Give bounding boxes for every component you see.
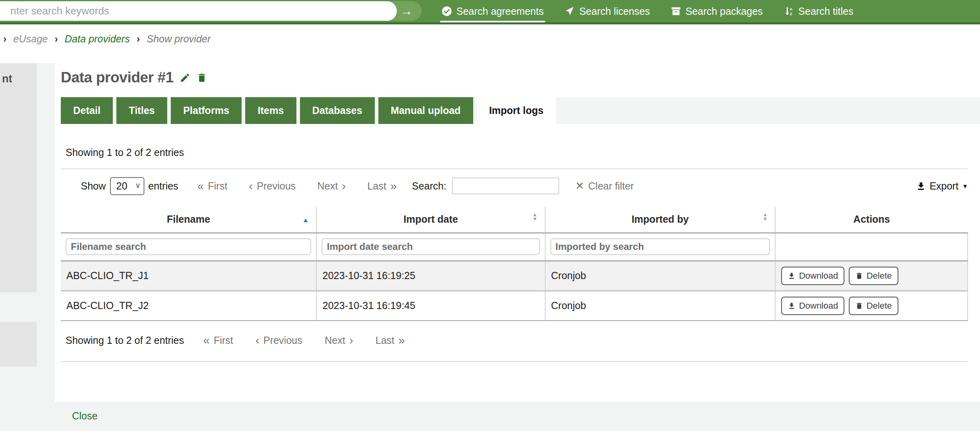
col-header-import-date[interactable]: Import date ▲▼ xyxy=(316,207,545,233)
trash-icon xyxy=(855,302,863,310)
tab-import-logs[interactable]: Import logs xyxy=(477,97,556,124)
table-footer: Showing 1 to 2 of 2 entries «First ‹Prev… xyxy=(61,335,968,346)
col-header-actions: Actions xyxy=(775,207,968,233)
filter-filename-input[interactable] xyxy=(66,238,311,255)
delete-trash-icon[interactable] xyxy=(196,72,207,83)
table-search-input[interactable] xyxy=(452,178,559,194)
nav-search-agreements[interactable]: Search agreements xyxy=(442,6,544,17)
edit-pencil-icon[interactable] xyxy=(180,72,190,83)
sidebar-menu-block-2 xyxy=(0,322,37,367)
export-button[interactable]: Export ▼ xyxy=(916,180,968,192)
close-link[interactable]: Close xyxy=(72,410,98,422)
sort-icon: ▲▼ xyxy=(763,212,768,221)
topbar: → Search agreements Search licenses xyxy=(0,0,980,24)
filter-imported-by-input[interactable] xyxy=(550,238,770,255)
chevron-right-icon: › xyxy=(342,180,346,192)
search-label: Search: xyxy=(412,180,446,192)
actions-cell: Download Delete xyxy=(781,297,962,315)
import-logs-content: Showing 1 to 2 of 2 entries Show 20 ∨ en… xyxy=(61,146,980,362)
chevron-right-icon: › xyxy=(3,33,6,45)
breadcrumb-item-eusage[interactable]: eUsage xyxy=(13,33,48,45)
nav-search-packages[interactable]: Search packages xyxy=(671,6,763,17)
chevrons-right-icon: » xyxy=(398,335,405,346)
entries-label: entries xyxy=(148,180,178,192)
entries-summary-bottom: Showing 1 to 2 of 2 entries xyxy=(66,335,184,346)
download-icon xyxy=(788,272,796,280)
show-entries-select-wrap: 20 ∨ xyxy=(110,177,144,195)
chevron-right-icon: › xyxy=(136,33,140,45)
table-filter-row xyxy=(61,233,968,261)
chevron-right-icon: › xyxy=(349,335,353,346)
breadcrumb: › eUsage › Data providers › Show provide… xyxy=(0,24,980,63)
page-title: Data provider #1 xyxy=(61,69,174,86)
archive-icon xyxy=(671,6,681,16)
arrow-right-icon: → xyxy=(400,5,413,17)
table-controls: Show 20 ∨ entries «First ‹Previous Next›… xyxy=(61,169,968,203)
keyword-search-input[interactable] xyxy=(0,1,397,21)
sort-icon: ▲▼ xyxy=(532,212,538,221)
nav-label: Search packages xyxy=(686,6,763,17)
quill-icon xyxy=(564,6,575,16)
clear-filter-button[interactable]: ✕ Clear filter xyxy=(575,180,634,192)
delete-button[interactable]: Delete xyxy=(849,297,898,315)
download-icon xyxy=(916,181,926,191)
check-circle-icon xyxy=(442,6,452,16)
pagination-bottom: «First ‹Previous Next› Last» xyxy=(203,335,405,346)
pagination-next-bottom[interactable]: Next› xyxy=(325,335,353,346)
col-header-imported-by[interactable]: Imported by ▲▼ xyxy=(545,207,776,233)
pagination-previous-bottom[interactable]: ‹Previous xyxy=(256,335,302,346)
actions-cell: Download Delete xyxy=(781,267,962,285)
svg-text:A: A xyxy=(790,7,792,11)
table-header-row: Filename ▲ Import date ▲▼ Imported by ▲▼… xyxy=(61,207,968,233)
page-title-row: Data provider #1 xyxy=(61,68,980,87)
svg-text:Z: Z xyxy=(790,12,792,16)
chevron-left-icon: ‹ xyxy=(249,180,253,192)
tab-bar: Detail Titles Platforms Items Databases … xyxy=(61,97,980,124)
pagination-previous-top[interactable]: ‹Previous xyxy=(249,180,296,192)
pagination-next-top[interactable]: Next› xyxy=(317,180,346,192)
imported-by-cell: Cronjob xyxy=(545,261,776,291)
imported-by-cell: Cronjob xyxy=(545,291,776,321)
download-button[interactable]: Download xyxy=(781,267,844,285)
chevron-right-icon: › xyxy=(55,33,58,45)
show-label: Show xyxy=(81,180,106,192)
sort-alpha-down-icon: A Z xyxy=(784,6,794,16)
col-header-filename[interactable]: Filename ▲ xyxy=(61,207,316,233)
tab-titles[interactable]: Titles xyxy=(116,97,167,124)
download-button[interactable]: Download xyxy=(781,297,844,315)
sidebar-menu-block: nt xyxy=(0,63,37,292)
tab-platforms[interactable]: Platforms xyxy=(171,97,242,124)
sidebar-item-truncated[interactable]: nt xyxy=(2,73,12,85)
table-row: ABC-CLIO_TR_J2 2023-10-31 16:19:45 Cronj… xyxy=(61,291,968,321)
filename-cell: ABC-CLIO_TR_J2 xyxy=(61,291,316,321)
nav-label: Search titles xyxy=(798,6,854,17)
breadcrumb-item-data-providers[interactable]: Data providers xyxy=(65,33,130,45)
tab-detail[interactable]: Detail xyxy=(61,97,113,124)
nav-label: Search agreements xyxy=(456,6,544,17)
sort-ascending-icon: ▲ xyxy=(302,216,309,224)
nav-search-titles[interactable]: A Z Search titles xyxy=(784,6,854,17)
show-entries-select[interactable]: 20 xyxy=(110,177,144,195)
pagination-first-bottom[interactable]: «First xyxy=(203,335,233,346)
delete-button[interactable]: Delete xyxy=(849,267,898,285)
import-date-cell: 2023-10-31 16:19:45 xyxy=(316,291,545,321)
nav-search-licenses[interactable]: Search licenses xyxy=(564,6,650,17)
breadcrumb-item-show-provider: Show provider xyxy=(147,33,211,45)
table-row: ABC-CLIO_TR_J1 2023-10-31 16:19:25 Cronj… xyxy=(61,261,968,291)
screen: → Search agreements Search licenses xyxy=(0,0,980,431)
entries-summary-top: Showing 1 to 2 of 2 entries xyxy=(61,146,968,158)
filter-import-date-input[interactable] xyxy=(322,238,540,255)
keyword-search-area: → xyxy=(0,1,422,21)
pagination-last-top[interactable]: Last» xyxy=(367,180,396,192)
chevrons-right-icon: » xyxy=(390,180,397,192)
topbar-nav: Search agreements Search licenses Search… xyxy=(442,0,853,22)
download-icon xyxy=(788,302,796,310)
divider xyxy=(61,361,968,362)
pagination-last-bottom[interactable]: Last» xyxy=(376,335,405,346)
import-logs-table: Filename ▲ Import date ▲▼ Imported by ▲▼… xyxy=(61,207,968,321)
tab-databases[interactable]: Databases xyxy=(300,97,375,124)
tab-manual-upload[interactable]: Manual upload xyxy=(378,97,473,124)
pagination-first-top[interactable]: «First xyxy=(198,180,228,192)
tab-items[interactable]: Items xyxy=(245,97,296,124)
x-icon: ✕ xyxy=(575,180,584,192)
